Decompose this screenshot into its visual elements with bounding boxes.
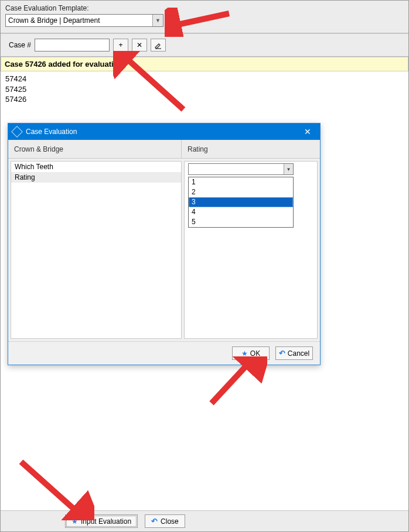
rating-option-selected[interactable]: 3 [189, 197, 293, 207]
criteria-item[interactable]: Which Teeth [11, 162, 181, 172]
rating-dropdown-list: 1 2 3 4 5 [188, 177, 294, 228]
case-number-input[interactable] [35, 39, 110, 52]
svg-line-5 [212, 363, 248, 403]
criteria-panel: Which Teeth Rating [11, 161, 182, 339]
star-icon: ★ [241, 349, 248, 358]
cancel-button[interactable]: ↶ Cancel [275, 346, 313, 360]
rating-option[interactable]: 2 [189, 187, 293, 197]
template-select-value: Crown & Bridge | Department [8, 16, 100, 25]
undo-icon: ↶ [151, 517, 158, 526]
template-label: Case Evaluation Template: [5, 4, 404, 12]
chevron-down-icon[interactable]: ▼ [284, 164, 293, 174]
star-icon: ★ [71, 517, 78, 526]
rating-option[interactable]: 1 [189, 177, 293, 187]
status-bar: Case 57426 added for evaluation [1, 57, 408, 71]
criteria-item-selected[interactable]: Rating [11, 172, 181, 183]
rating-option[interactable]: 5 [189, 217, 293, 227]
case-number-label: Case # [9, 41, 31, 49]
close-button[interactable]: ↶ Close [145, 514, 185, 528]
ok-button[interactable]: ★ OK [232, 346, 270, 360]
dialog-icon [11, 126, 23, 138]
clear-cases-button[interactable] [151, 39, 166, 52]
remove-case-button[interactable]: ✕ [132, 39, 147, 52]
close-button-label: Close [161, 517, 179, 526]
chevron-down-icon[interactable]: ▼ [152, 15, 163, 26]
add-case-button[interactable]: + [113, 39, 128, 52]
rating-option[interactable]: 4 [189, 207, 293, 217]
case-list: 57424 57425 57426 [1, 71, 408, 107]
input-evaluation-button[interactable]: ★ Input Evaluation [65, 514, 138, 528]
template-section: Case Evaluation Template: Crown & Bridge… [1, 1, 408, 33]
dialog-body: Which Teeth Rating ▼ 1 2 3 4 5 [8, 159, 320, 341]
case-number-row: Case # + ✕ [1, 33, 408, 57]
dialog-titlebar[interactable]: Case Evaluation ✕ [8, 123, 320, 140]
input-evaluation-label: Input Evaluation [81, 517, 131, 526]
case-list-item[interactable]: 57426 [5, 94, 404, 105]
template-select[interactable]: Crown & Bridge | Department ▼ [5, 14, 163, 27]
undo-icon: ↶ [279, 349, 285, 358]
clear-icon [154, 41, 162, 49]
rating-select[interactable]: ▼ [188, 163, 294, 175]
close-icon[interactable]: ✕ [299, 123, 316, 140]
dialog-footer: ★ OK ↶ Cancel [8, 341, 320, 365]
bottom-toolbar: ★ Input Evaluation ↶ Close [1, 510, 408, 531]
left-column-header: Crown & Bridge [8, 140, 182, 158]
case-evaluation-dialog: Case Evaluation ✕ Crown & Bridge Rating … [8, 123, 321, 365]
cancel-button-label: Cancel [288, 349, 309, 358]
dialog-column-headers: Crown & Bridge Rating [8, 140, 320, 159]
ok-button-label: OK [250, 349, 260, 358]
svg-line-7 [21, 462, 77, 512]
case-list-item[interactable]: 57425 [5, 84, 404, 95]
right-column-header: Rating [182, 140, 320, 158]
rating-panel: ▼ 1 2 3 4 5 [184, 161, 318, 339]
case-list-item[interactable]: 57424 [5, 74, 404, 84]
dialog-title-text: Case Evaluation [26, 128, 77, 136]
